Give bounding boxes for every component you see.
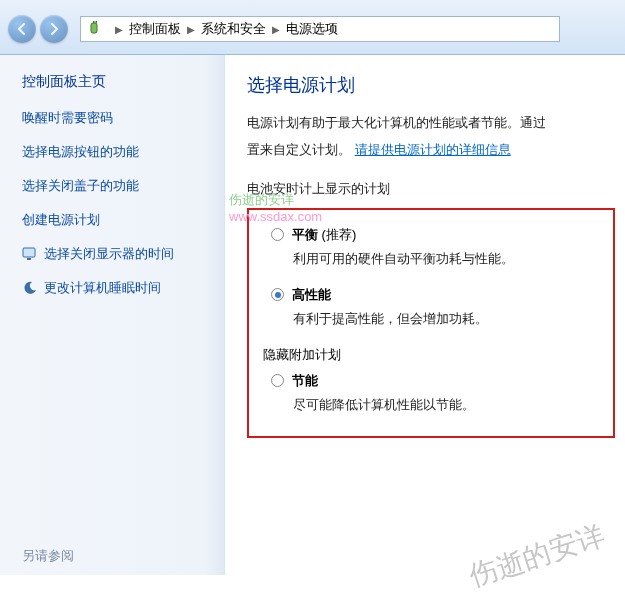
svg-rect-3 (23, 248, 35, 257)
page-title: 选择电源计划 (247, 73, 625, 97)
plan-name: 节能 (292, 372, 318, 390)
sidebar-title: 控制面板主页 (22, 73, 224, 91)
plan-name: 高性能 (292, 286, 331, 304)
page-description-line2: 置来自定义计划。 请提供电源计划的详细信息 (247, 138, 625, 161)
sidebar-link-label: 更改计算机睡眠时间 (44, 279, 161, 297)
svg-rect-1 (93, 21, 95, 23)
page-description-line1: 电源计划有助于最大化计算机的性能或者节能。通过 (247, 111, 625, 134)
plan-high-performance: 高性能 有利于提高性能，但会增加功耗。 (271, 286, 599, 328)
sidebar: 控制面板主页 唤醒时需要密码 选择电源按钮的功能 选择关闭盖子的功能 创建电源计… (0, 55, 225, 575)
plan-description: 尽可能降低计算机性能以节能。 (293, 396, 599, 414)
breadcrumb-item[interactable]: 系统和安全 (201, 20, 266, 38)
sidebar-link-label: 创建电源计划 (22, 211, 100, 229)
header: ▶ 控制面板 ▶ 系统和安全 ▶ 电源选项 (0, 0, 625, 55)
sidebar-link-require-password[interactable]: 唤醒时需要密码 (22, 109, 224, 127)
radio-power-saver[interactable] (271, 374, 284, 387)
breadcrumb-item[interactable]: 控制面板 (129, 20, 181, 38)
highlight-box: 伤逝的安详 www.ssdax.com 平衡 (推荐) 利用可用的硬件自动平衡功… (247, 208, 615, 438)
radio-balanced[interactable] (271, 228, 284, 241)
sidebar-link-power-button[interactable]: 选择电源按钮的功能 (22, 143, 224, 161)
forward-button[interactable] (40, 15, 68, 43)
svg-rect-4 (27, 258, 31, 260)
power-options-icon (87, 21, 103, 37)
sidebar-link-create-plan[interactable]: 创建电源计划 (22, 211, 224, 229)
sidebar-link-label: 选择关闭显示器的时间 (44, 245, 174, 263)
sidebar-link-display-off[interactable]: 选择关闭显示器的时间 (22, 245, 224, 263)
section-shown-plans: 电池安时计上显示的计划 (247, 180, 625, 198)
svg-rect-2 (96, 21, 98, 23)
chevron-right-icon: ▶ (187, 24, 195, 35)
chevron-right-icon: ▶ (272, 24, 280, 35)
svg-rect-0 (91, 23, 97, 33)
main-content: 选择电源计划 电源计划有助于最大化计算机的性能或者节能。通过 置来自定义计划。 … (225, 55, 625, 575)
see-also-heading: 另请参阅 (22, 547, 74, 565)
section-hidden-plans: 隐藏附加计划 (263, 346, 599, 364)
plan-description: 有利于提高性能，但会增加功耗。 (293, 310, 599, 328)
plan-name: 平衡 (推荐) (292, 226, 356, 244)
more-info-link[interactable]: 请提供电源计划的详细信息 (355, 142, 511, 157)
sidebar-link-label: 唤醒时需要密码 (22, 109, 113, 127)
back-button[interactable] (8, 15, 36, 43)
plan-description: 利用可用的硬件自动平衡功耗与性能。 (293, 250, 599, 268)
chevron-right-icon: ▶ (115, 24, 123, 35)
sidebar-link-sleep-time[interactable]: 更改计算机睡眠时间 (22, 279, 224, 297)
moon-icon (22, 280, 38, 296)
plan-balanced: 平衡 (推荐) 利用可用的硬件自动平衡功耗与性能。 (271, 226, 599, 268)
plan-power-saver: 节能 尽可能降低计算机性能以节能。 (271, 372, 599, 414)
breadcrumb-item[interactable]: 电源选项 (286, 20, 338, 38)
sidebar-link-close-lid[interactable]: 选择关闭盖子的功能 (22, 177, 224, 195)
monitor-icon (22, 246, 38, 262)
sidebar-link-label: 选择电源按钮的功能 (22, 143, 139, 161)
radio-high-performance[interactable] (271, 288, 284, 301)
breadcrumb[interactable]: ▶ 控制面板 ▶ 系统和安全 ▶ 电源选项 (80, 16, 560, 42)
sidebar-link-label: 选择关闭盖子的功能 (22, 177, 139, 195)
address-bar: ▶ 控制面板 ▶ 系统和安全 ▶ 电源选项 (8, 14, 625, 44)
